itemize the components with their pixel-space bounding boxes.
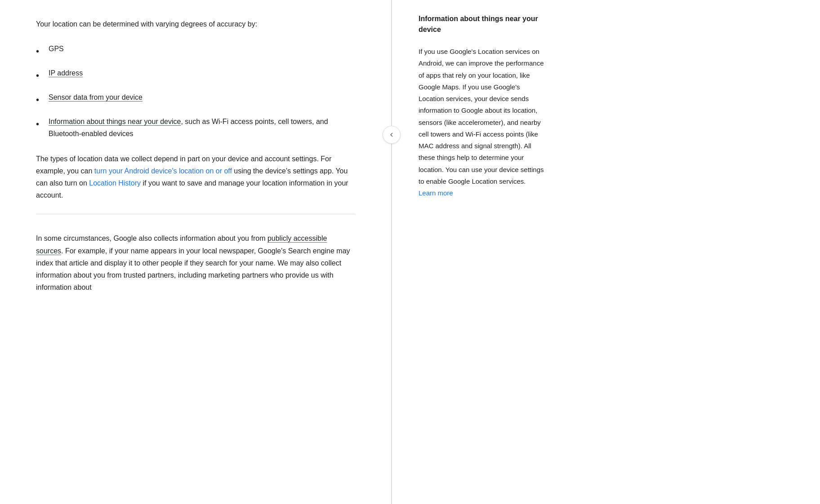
- publicly-after: . For example, if your name appears in y…: [36, 247, 350, 292]
- android-location-link[interactable]: turn your Android device's location on o…: [94, 167, 232, 175]
- publicly-before: In some circumstances, Google also colle…: [36, 234, 267, 242]
- vertical-divider: [392, 0, 392, 504]
- nearby-text: Information about things near your devic…: [49, 115, 355, 140]
- sidebar-title: Information about things near your devic…: [419, 13, 544, 35]
- publicly-accessible-paragraph: In some circumstances, Google also colle…: [36, 232, 355, 293]
- sidebar-learn-more-link[interactable]: Learn more: [419, 189, 453, 197]
- list-item-nearby: • Information about things near your dev…: [36, 115, 355, 140]
- ip-address-link[interactable]: IP address: [49, 67, 83, 79]
- bullet-dot: •: [36, 43, 49, 59]
- collapse-sidebar-button[interactable]: [383, 126, 401, 144]
- sidebar-body-before: If you use Google's Location services on…: [419, 48, 544, 185]
- chevron-left-icon: [388, 131, 396, 139]
- list-item-ip: • IP address: [36, 67, 355, 83]
- intro-paragraph: Your location can be determined with var…: [36, 18, 355, 30]
- sidebar-panel: Information about things near your devic…: [391, 0, 562, 504]
- bullet-dot: •: [36, 67, 49, 83]
- location-history-link[interactable]: Location History: [89, 179, 141, 187]
- main-content: Your location can be determined with var…: [0, 0, 391, 504]
- bullet-list: • GPS • IP address • Sensor data from yo…: [36, 43, 355, 140]
- bullet-dot: •: [36, 115, 49, 132]
- bullet-dot: •: [36, 91, 49, 107]
- sidebar-body-text: If you use Google's Location services on…: [419, 46, 544, 199]
- list-item-gps: • GPS: [36, 43, 355, 59]
- section-divider: [36, 214, 355, 214]
- sensor-data-link[interactable]: Sensor data from your device: [49, 91, 143, 103]
- list-item-sensor: • Sensor data from your device: [36, 91, 355, 107]
- nearby-link[interactable]: Information about things near your devic…: [49, 118, 181, 125]
- gps-text: GPS: [49, 43, 64, 55]
- location-settings-paragraph: The types of location data we collect de…: [36, 153, 355, 202]
